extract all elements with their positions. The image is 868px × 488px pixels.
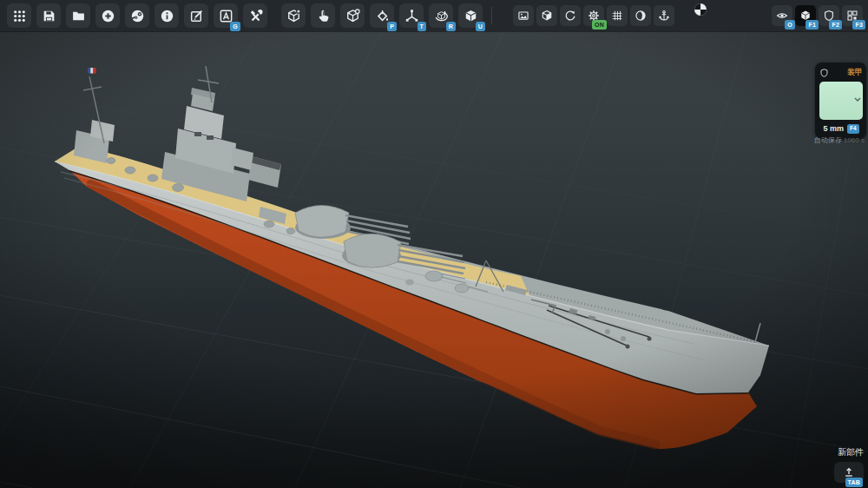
hotkey-badge: G: [230, 22, 240, 31]
chevron-down-icon: [854, 97, 861, 102]
physics-toggle-button[interactable]: ON: [583, 5, 604, 26]
autosave-value: 1060 s: [844, 136, 865, 144]
hotkey-badge: F2: [829, 20, 842, 30]
translate-tool-button[interactable]: T: [399, 3, 424, 28]
new-part-button[interactable]: TAB: [834, 462, 864, 483]
sphere-icon: [635, 10, 647, 22]
viewport-3d[interactable]: [0, 0, 868, 488]
grid-snap-button[interactable]: [607, 5, 628, 26]
rotate-arrow-icon: [564, 10, 576, 22]
open-folder-button[interactable]: [66, 3, 90, 28]
new-part-widget: 新部件 TAB: [834, 446, 864, 483]
hotkey-badge: TAB: [845, 478, 863, 487]
reset-rotation-button[interactable]: [560, 5, 581, 26]
translate-axes-icon: [404, 9, 419, 23]
save-icon: [42, 9, 56, 23]
new-part-label: 新部件: [834, 446, 864, 458]
edit-icon: [189, 9, 204, 23]
edit-rename-button[interactable]: [184, 3, 208, 28]
scene-canvas: [0, 0, 868, 488]
hand-pointer-icon: [316, 9, 331, 23]
apps-menu-button[interactable]: [7, 3, 31, 28]
grid-icon: [611, 10, 623, 22]
plus-circle-icon: [101, 9, 115, 23]
material-cube-button[interactable]: [536, 5, 557, 26]
info-icon: [160, 9, 174, 23]
material-cube-icon: [541, 10, 553, 22]
new-file-button[interactable]: [95, 3, 120, 28]
hotkey-badge: F1: [806, 20, 819, 30]
armor-panel: 装甲 5 mm F4: [815, 63, 866, 139]
uniform-scale-button[interactable]: U: [458, 3, 483, 28]
screenshot-button[interactable]: [513, 5, 534, 26]
hotkey-badge: F4: [847, 124, 859, 134]
toolbar-separator: [491, 7, 492, 24]
folder-icon: [71, 9, 86, 23]
autosave-status: 自动保存 1060 s: [814, 135, 865, 145]
save-button[interactable]: [36, 3, 61, 28]
hotkey-badge: P: [387, 22, 397, 31]
capstan: [605, 329, 610, 334]
text-a-icon: [219, 9, 233, 23]
armor-view-button[interactable]: F2: [819, 5, 839, 26]
hull-gray: [55, 162, 769, 393]
hawse-pipe: [626, 345, 630, 349]
solid-view-button[interactable]: F1: [795, 5, 816, 26]
ship-model[interactable]: [55, 66, 769, 449]
armor-material-swatch[interactable]: [819, 82, 863, 120]
select-hand-button[interactable]: [311, 3, 335, 28]
main-toolbar: G: [0, 0, 868, 31]
info-button[interactable]: [155, 3, 179, 28]
add-cube-icon: [286, 9, 301, 23]
tools-icon: [248, 9, 263, 23]
hotkey-badge: T: [418, 22, 426, 31]
hotkey-badge: U: [476, 22, 485, 31]
flag: [88, 68, 96, 74]
layout-view-button[interactable]: F3: [842, 5, 863, 26]
hawse-pipe: [648, 337, 652, 341]
steam-workshop-button[interactable]: [125, 3, 149, 28]
duplicate-cube-icon: [345, 9, 360, 23]
upload-icon: [843, 466, 855, 478]
capstan: [621, 336, 626, 341]
add-part-button[interactable]: [281, 3, 306, 28]
solid-cube-icon: [464, 9, 478, 23]
shield-icon: [819, 68, 829, 78]
image-icon: [517, 10, 529, 22]
sphere-view-button[interactable]: [630, 5, 651, 26]
paint-bucket-icon: [375, 9, 390, 23]
tools-button[interactable]: [243, 3, 267, 28]
rotate-tool-button[interactable]: R: [429, 3, 453, 28]
rotate-cube-icon: [434, 9, 449, 23]
center-of-mass-marker: [694, 3, 707, 16]
bow-jackstaff: [755, 323, 760, 342]
state-badge: ON: [592, 20, 607, 30]
visibility-button[interactable]: O: [772, 5, 792, 26]
steam-icon: [130, 9, 145, 23]
duplicate-part-button[interactable]: [340, 3, 365, 28]
hotkey-badge: F3: [852, 20, 865, 30]
app-window: G: [0, 0, 868, 488]
armor-panel-title: 装甲: [847, 67, 863, 78]
anchor-mode-button[interactable]: [654, 5, 674, 26]
apps-grid-icon: [12, 9, 27, 23]
hotkey-badge: O: [785, 20, 795, 30]
paint-bucket-button[interactable]: P: [370, 3, 394, 28]
anchor-icon: [658, 10, 670, 22]
hotkey-badge: R: [446, 22, 456, 31]
text-label-button[interactable]: G: [214, 3, 238, 28]
armor-thickness-value: 5 mm: [823, 124, 844, 133]
autosave-label: 自动保存: [814, 136, 842, 144]
